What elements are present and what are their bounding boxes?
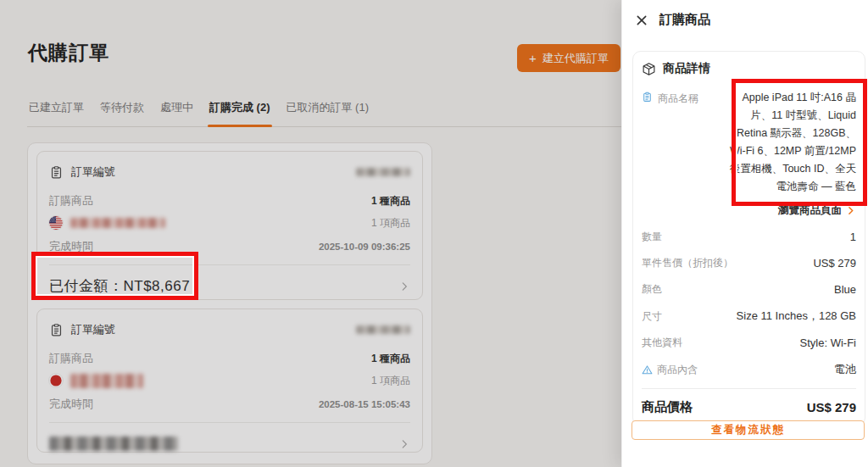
- product-details-title: 商品詳情: [663, 61, 710, 76]
- product-contains-label: 商品內含: [657, 363, 698, 377]
- other-info-value: Style: Wi-Fi: [800, 336, 856, 349]
- view-product-page-link[interactable]: 瀏覽商品頁面: [642, 203, 856, 218]
- color-value: Blue: [834, 283, 856, 296]
- view-logistics-button[interactable]: 查看物流狀態: [632, 420, 865, 440]
- quantity-value: 1: [850, 231, 856, 243]
- color-label: 顏色: [642, 282, 662, 297]
- close-icon[interactable]: [635, 13, 650, 28]
- product-price-label: 商品價格: [642, 399, 693, 415]
- size-value: Size 11 Inches，128 GB: [737, 309, 856, 324]
- other-info-label: 其他資料: [642, 336, 682, 350]
- package-icon: [642, 62, 656, 76]
- clipboard-icon: [642, 92, 653, 103]
- unit-price-value: US$ 279: [813, 257, 856, 270]
- view-product-page-label: 瀏覽商品頁面: [778, 203, 842, 218]
- warning-triangle-icon: [642, 364, 653, 375]
- product-contains-value: 電池: [834, 362, 856, 377]
- product-name-label: 商品名稱: [658, 92, 698, 106]
- drawer-divider: [642, 388, 856, 389]
- quantity-label: 數量: [642, 230, 662, 244]
- drawer-title: 訂購商品: [659, 12, 710, 28]
- product-name-value: Apple iPad 11 吋:A16 晶片、11 吋型號、Liquid Ret…: [722, 89, 856, 196]
- product-details-card: 商品詳情 商品名稱 Apple iPad 11 吋:A16 晶片、11 吋型號、…: [632, 51, 865, 426]
- chevron-right-icon: [845, 205, 856, 216]
- size-label: 尺寸: [642, 309, 662, 324]
- unit-price-label: 單件售價（折扣後）: [642, 256, 733, 270]
- product-price-value: US$ 279: [807, 400, 856, 414]
- purchase-item-drawer: 訂購商品 商品詳情 商品名稱 Apple iP: [621, 0, 868, 467]
